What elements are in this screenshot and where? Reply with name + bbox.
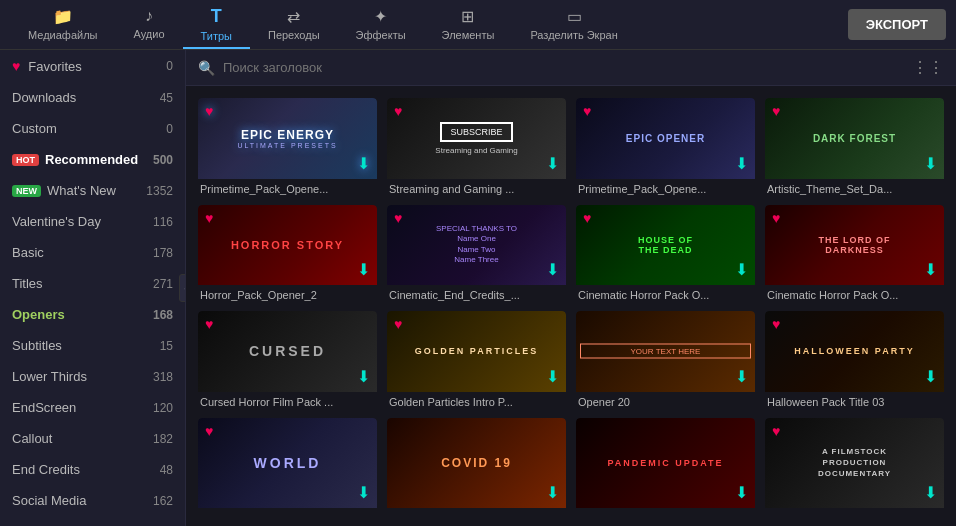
sidebar-item-openers[interactable]: Openers 168 [0,299,185,330]
sidebar-titles-count: 271 [153,277,173,291]
nav-transitions-label: Переходы [268,29,320,41]
sidebar-item-valentines[interactable]: Valentine's Day 116 [0,206,185,237]
thumb-preview-11: YOUR TEXT HERE ⬇ [576,311,755,392]
thumb-download-icon-9[interactable]: ⬇ [357,367,370,386]
nav-audio[interactable]: ♪ Аудио [115,0,182,49]
thumb-download-icon-7[interactable]: ⬇ [735,260,748,279]
sidebar-item-callout[interactable]: Callout 182 [0,423,185,454]
thumb-preview-5: ♥ HORROR STORY ⬇ [198,205,377,286]
thumb-download-icon-8[interactable]: ⬇ [924,260,937,279]
thumb-title-9: Cursed Horror Film Pack ... [198,392,377,408]
sidebar-item-social-media[interactable]: Social Media 162 [0,485,185,516]
thumb-card-11[interactable]: YOUR TEXT HERE ⬇ Opener 20 [576,311,755,408]
search-input[interactable] [223,60,904,75]
nav-media-label: Медиафайлы [28,29,97,41]
sidebar-collapse-button[interactable]: ‹ [179,274,186,302]
thumb-title-16 [765,508,944,514]
thumb-card-10[interactable]: ♥ GOLDEN PARTICLES ⬇ Golden Particles In… [387,311,566,408]
thumb-card-5[interactable]: ♥ HORROR STORY ⬇ Horror_Pack_Opener_2 [198,205,377,302]
thumb-card-8[interactable]: ♥ THE LORD OFDARKNESS ⬇ Cinematic Horror… [765,205,944,302]
nav-split[interactable]: ▭ Разделить Экран [512,0,635,49]
sidebar-item-endscreen[interactable]: EndScreen 120 [0,392,185,423]
thumb-preview-9: ♥ CURSED ⬇ [198,311,377,392]
sidebar-item-recommended[interactable]: HOT Recommended 500 [0,144,185,175]
sidebar-item-basic[interactable]: Basic 178 [0,237,185,268]
nav-effects[interactable]: ✦ Эффекты [338,0,424,49]
nav-elements-label: Элементы [442,29,495,41]
sidebar-item-end-credits[interactable]: End Credits 48 [0,454,185,485]
thumb-text-14: COVID 19 [391,456,562,470]
thumb-card-12[interactable]: ♥ HALLOWEEN PARTY ⬇ Halloween Pack Title… [765,311,944,408]
nav-elements[interactable]: ⊞ Элементы [424,0,513,49]
thumb-download-icon-10[interactable]: ⬇ [546,367,559,386]
thumb-download-icon-5[interactable]: ⬇ [357,260,370,279]
thumb-download-icon-1[interactable]: ⬇ [357,154,370,173]
thumb-card-13[interactable]: ♥ WORLD ⬇ [198,418,377,515]
transitions-icon: ⇄ [287,7,300,26]
thumb-card-6[interactable]: ♥ SPECIAL THANKS TOName OneName TwoName … [387,205,566,302]
sidebar-openers-count: 168 [153,308,173,322]
titles-icon: T [211,6,222,27]
thumb-card-4[interactable]: ♥ DARK FOREST ⬇ Artistic_Theme_Set_Da... [765,98,944,195]
sidebar-custom-count: 0 [166,122,173,136]
thumb-preview-2: ♥ SUBSCRIBE Streaming and Gaming ⬇ [387,98,566,179]
thumb-text-15: PANDEMIC UPDATE [580,458,751,468]
thumb-title-6: Cinematic_End_Credits_... [387,285,566,301]
nav-split-label: Разделить Экран [530,29,617,41]
thumb-text-12: HALLOWEEN PARTY [769,346,940,356]
thumb-download-icon-4[interactable]: ⬇ [924,154,937,173]
sidebar-recommended-count: 500 [153,153,173,167]
sidebar-item-titles[interactable]: Titles 271 [0,268,185,299]
thumb-favorite-icon-16: ♥ [772,423,780,439]
thumb-card-9[interactable]: ♥ CURSED ⬇ Cursed Horror Film Pack ... [198,311,377,408]
thumb-download-icon-15[interactable]: ⬇ [735,483,748,502]
thumb-preview-4: ♥ DARK FOREST ⬇ [765,98,944,179]
thumb-card-15[interactable]: PANDEMIC UPDATE ⬇ [576,418,755,515]
sidebar-item-whats-new[interactable]: NEW What's New 1352 [0,175,185,206]
sidebar-item-lower-thirds[interactable]: Lower Thirds 318 [0,361,185,392]
sidebar-item-downloads[interactable]: Downloads 45 [0,82,185,113]
thumb-download-icon-12[interactable]: ⬇ [924,367,937,386]
thumb-title-7: Cinematic Horror Pack O... [576,285,755,301]
thumb-text-9: CURSED [202,343,373,359]
sidebar-item-favorites[interactable]: ♥ Favorites 0 [0,50,185,82]
thumb-text-13: WORLD [202,455,373,471]
nav-transitions[interactable]: ⇄ Переходы [250,0,338,49]
thumb-card-2[interactable]: ♥ SUBSCRIBE Streaming and Gaming ⬇ Strea… [387,98,566,195]
thumb-text-16: A FILMSTOCKPRODUCTIONDOCUMENTARY [769,446,940,480]
nav-media[interactable]: 📁 Медиафайлы [10,0,115,49]
grid-layout-icon[interactable]: ⋮⋮ [912,58,944,77]
sidebar-callout-label: Callout [12,431,149,446]
thumb-download-icon-13[interactable]: ⬇ [357,483,370,502]
thumb-download-icon-11[interactable]: ⬇ [735,367,748,386]
thumb-subtext-2: Streaming and Gaming [391,146,562,155]
thumb-card-7[interactable]: ♥ HOUSE OFTHE DEAD ⬇ Cinematic Horror Pa… [576,205,755,302]
thumb-text-6: SPECIAL THANKS TOName OneName TwoName Th… [391,224,562,266]
sidebar-favorites-label: Favorites [28,59,162,74]
thumb-card-1[interactable]: ♥ EPIC ENERGY ULTIMATE PRESETS ⬇ Primeti… [198,98,377,195]
sidebar-item-subtitles[interactable]: Subtitles 15 [0,330,185,361]
thumb-download-icon-16[interactable]: ⬇ [924,483,937,502]
sidebar-openers-label: Openers [12,307,149,322]
sidebar-social-media-count: 162 [153,494,173,508]
nav-audio-label: Аудио [133,28,164,40]
thumb-preview-16: ♥ A FILMSTOCKPRODUCTIONDOCUMENTARY ⬇ [765,418,944,509]
thumb-download-icon-14[interactable]: ⬇ [546,483,559,502]
nav-titles[interactable]: T Титры [183,0,250,49]
thumb-title-5: Horror_Pack_Opener_2 [198,285,377,301]
thumb-download-icon-6[interactable]: ⬇ [546,260,559,279]
thumb-preview-14: COVID 19 ⬇ [387,418,566,509]
hot-badge: HOT [12,154,39,166]
thumb-card-3[interactable]: ♥ EPIC OPENER ⬇ Primetime_Pack_Opene... [576,98,755,195]
sidebar-valentines-label: Valentine's Day [12,214,149,229]
sidebar-item-custom[interactable]: Custom 0 [0,113,185,144]
sidebar-custom-label: Custom [12,121,162,136]
thumb-card-16[interactable]: ♥ A FILMSTOCKPRODUCTIONDOCUMENTARY ⬇ [765,418,944,515]
thumb-card-14[interactable]: COVID 19 ⬇ [387,418,566,515]
thumb-favorite-icon-10: ♥ [394,316,402,332]
thumb-download-icon-2[interactable]: ⬇ [546,154,559,173]
export-button[interactable]: ЭКСПОРТ [848,9,946,40]
thumb-title-10: Golden Particles Intro P... [387,392,566,408]
thumb-title-14 [387,508,566,514]
thumb-download-icon-3[interactable]: ⬇ [735,154,748,173]
